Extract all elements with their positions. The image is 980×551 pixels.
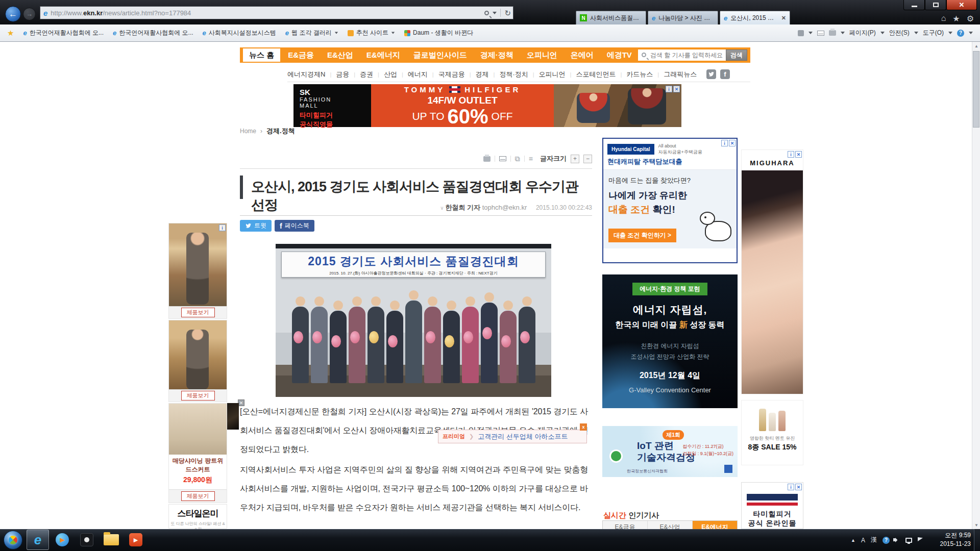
reporter-email[interactable]: tophch@ekn.kr: [482, 204, 527, 211]
ad-close-icon[interactable]: ✕: [795, 151, 802, 158]
ad-close-icon[interactable]: ✕: [795, 484, 802, 490]
fashion-ad-2[interactable]: 제품보기: [168, 320, 227, 402]
breadcrumb-home[interactable]: Home: [240, 128, 256, 135]
ad-info-icon[interactable]: i: [721, 140, 728, 146]
view-product-button[interactable]: 제품보기: [181, 491, 215, 501]
cosmetics-sale-ad[interactable]: 영향한 핫티 멘토 유진 8종 SALE 15%: [741, 400, 803, 465]
breadcrumb-section[interactable]: 경제.정책: [266, 127, 295, 136]
scroll-down-arrow[interactable]: ▼: [972, 521, 980, 529]
article-search-button[interactable]: 검색: [726, 49, 747, 61]
print-icon[interactable]: [829, 30, 836, 36]
miguhara-ad[interactable]: MIGUHARA i✕: [741, 149, 803, 394]
nav-item-energy[interactable]: E&에너지: [360, 51, 407, 60]
view-product-button[interactable]: 제품보기: [181, 391, 215, 400]
dropdown-caret-icon[interactable]: [841, 32, 845, 34]
ime-language-icon[interactable]: A: [861, 537, 865, 544]
vertical-scrollbar[interactable]: ▲ ▼: [972, 42, 980, 529]
hyundai-capital-ad[interactable]: Hyundai Capital All about자동차금융+주택금융 현대캐피…: [602, 138, 738, 263]
nav-item-ekn-tv[interactable]: 에경TV: [600, 51, 639, 60]
inline-text-ad[interactable]: 프리미엄 ❯ 고객관리 선두업체 아하소프트: [438, 430, 587, 443]
subnav-item[interactable]: 오피니언: [539, 70, 566, 79]
taskbar-explorer-icon[interactable]: [100, 530, 122, 550]
loan-check-button[interactable]: 대출 조건 확인하기 >: [608, 229, 676, 242]
taskbar-media-player-icon[interactable]: ▶: [51, 530, 74, 550]
tab-active-article[interactable]: e 오산시, 2015 경기도 사회... ✕: [720, 11, 790, 24]
subnav-item[interactable]: 에너지경제N: [287, 70, 325, 79]
subnav-item[interactable]: 국제금융: [438, 70, 465, 79]
page-menu[interactable]: 페이지(P): [849, 29, 876, 37]
close-button[interactable]: ✕: [946, 0, 977, 10]
search-icon[interactable]: [484, 11, 489, 15]
subnav-item[interactable]: 카드뉴스: [626, 70, 653, 79]
bookmark-item[interactable]: e한국언어재활사협회에 오...: [113, 29, 193, 37]
ad-info-icon[interactable]: i: [788, 151, 794, 158]
dropdown-caret-icon[interactable]: [948, 32, 952, 34]
tools-menu[interactable]: 도구(O): [923, 29, 944, 37]
tab-gallery[interactable]: e 나눔마당 > 사진 갤러리 > 글...: [648, 11, 718, 24]
top-banner-ad[interactable]: SK FASHION MALL 타미힐피거 공식직영몰 TOMMYHILFIGE…: [293, 84, 681, 127]
inline-ad-text[interactable]: 고객관리 선두업체 아하소프트: [478, 432, 568, 441]
tab-close-icon[interactable]: ✕: [781, 15, 786, 21]
settings-gear-icon[interactable]: ⚙: [967, 14, 974, 23]
fashion-ad-3[interactable]: 매당샤이닝 팡트위 드스커트 29,800원 제품보기: [168, 403, 227, 503]
volume-icon[interactable]: [895, 538, 900, 542]
tommy-mall-ad[interactable]: 타미힐피거공식 온라인몰 i✕: [741, 482, 803, 529]
read-mail-icon[interactable]: [817, 31, 824, 36]
article-search-input[interactable]: [638, 49, 726, 61]
energy-forum-ad[interactable]: 에너지·환경 정책 포럼 에너지 자립섬, 한국의 미래 이끌 新 성장 동력 …: [602, 274, 738, 408]
ad-close-icon[interactable]: ✕: [673, 86, 680, 92]
bookmark-daum[interactable]: Daum - 생활이 바뀐다: [404, 29, 473, 37]
subnav-item[interactable]: 스포테인먼트: [576, 70, 616, 79]
tweet-button[interactable]: 트윗: [240, 220, 272, 232]
article-list-icon[interactable]: ≡: [529, 155, 533, 162]
fashion-ad-1[interactable]: 제품보기 i: [168, 223, 227, 319]
taskbar-ie-icon[interactable]: e: [27, 530, 49, 550]
inline-ad-close-icon[interactable]: x: [580, 423, 587, 431]
dropdown-caret-icon[interactable]: [914, 32, 918, 34]
favorites-star-icon[interactable]: ★: [952, 14, 960, 23]
show-desktop-button[interactable]: [974, 529, 980, 551]
start-button[interactable]: [4, 531, 22, 549]
ad-info-icon[interactable]: i: [666, 86, 672, 92]
hidden-icons-chevron[interactable]: ▲: [851, 538, 855, 543]
ime-hanja-icon[interactable]: 漢: [871, 536, 877, 544]
dropdown-caret-icon[interactable]: [969, 32, 973, 34]
taskbar-clock[interactable]: 오전 9:59 2015-11-23: [940, 531, 971, 548]
dropdown-caret-icon[interactable]: [808, 32, 813, 34]
subnav-item[interactable]: 금융: [336, 70, 349, 79]
ad-close-icon[interactable]: ✕: [729, 140, 736, 146]
minimize-button[interactable]: [903, 0, 925, 10]
email-article-icon[interactable]: [499, 156, 506, 161]
feeds-icon[interactable]: [798, 30, 804, 36]
search-dropdown-icon[interactable]: [493, 12, 497, 14]
ad-info-icon[interactable]: i: [219, 224, 226, 231]
ime-help-icon[interactable]: ?: [883, 537, 890, 544]
subnav-item[interactable]: 에너지: [408, 70, 428, 79]
view-product-button[interactable]: 제품보기: [181, 308, 215, 317]
scrap-article-icon[interactable]: ⧉: [515, 155, 520, 162]
nav-item-economy-policy[interactable]: 경제·정책: [474, 51, 520, 60]
action-center-flag-icon[interactable]: [918, 537, 923, 541]
reporter-name[interactable]: 한철희 기자: [445, 204, 480, 211]
nav-item-on-air[interactable]: 온에어: [564, 51, 600, 60]
tab-naver-article[interactable]: N 사회서비스품질경연대회 : 네...: [576, 11, 646, 24]
facebook-share-button[interactable]: f페이스북: [275, 220, 314, 232]
bookmark-item[interactable]: e사회복지시설정보시스템: [203, 29, 276, 37]
subnav-item[interactable]: 그래픽뉴스: [664, 70, 697, 79]
safety-menu[interactable]: 안전(S): [889, 29, 910, 37]
ad-info-icon[interactable]: i: [788, 484, 794, 490]
twitter-icon[interactable]: [706, 69, 716, 79]
network-icon[interactable]: [905, 538, 912, 543]
bookmark-suggested-sites[interactable]: 추천 사이트: [348, 29, 395, 37]
favorites-add-star-icon[interactable]: ★: [7, 29, 14, 38]
font-smaller-button[interactable]: −: [583, 155, 592, 163]
print-article-icon[interactable]: [483, 156, 491, 162]
subnav-item[interactable]: 경제: [476, 70, 489, 79]
back-button[interactable]: ←: [5, 6, 21, 22]
bookmark-web-slice[interactable]: e웹 조각 갤러리: [285, 29, 338, 37]
nav-item-global-inside[interactable]: 글로벌인사이드: [407, 51, 474, 60]
taskbar-gom-player-icon[interactable]: ▶: [125, 530, 147, 550]
facebook-icon[interactable]: f: [720, 69, 730, 79]
iot-certification-ad[interactable]: 제1회 IoT 관련기술자격검정 접수기간 : 11.27(금)검정일 : 9.…: [602, 426, 738, 477]
taskbar-video-player-icon[interactable]: [76, 530, 98, 550]
